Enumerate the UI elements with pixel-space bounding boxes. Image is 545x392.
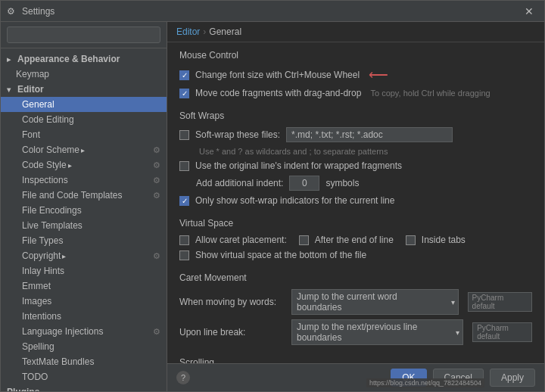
breadcrumb-separator: › [203,26,206,37]
upon-line-break-row: Upon line break: Jump to the next/previo… [179,319,532,345]
original-line-indent-checkbox[interactable] [179,161,189,171]
caret-placement-row: Allow caret placement: After the end of … [179,235,532,245]
soft-wrap-files-checkbox[interactable] [179,130,189,140]
soft-wraps-section: Soft Wraps Soft-wrap these files: Use * … [179,110,532,206]
arrow-icon [81,146,90,154]
bottom-bar: ? OK Cancel Apply https://blog.csdn.net/… [167,363,544,391]
moving-by-words-row: When moving by words: Jump to the curren… [179,289,532,315]
title-bar: ⚙ Settings ✕ [1,1,544,22]
watermark: https://blog.csdn.net/qq_7822484504 [366,378,484,387]
caret-movement-section: Caret Movement When moving by words: Jum… [179,272,532,345]
gear-icon: ⚙ [153,160,160,170]
additional-indent-input[interactable] [289,176,319,191]
upon-line-break-dropdown[interactable]: Jump to the next/previous line boundarie… [291,319,463,345]
sidebar-item-code-style[interactable]: Code Style ⚙ [1,157,167,173]
additional-indent-label: Add additional indent: [196,178,283,188]
original-line-indent-row: Use the original line's indent for wrapp… [179,160,532,171]
sidebar-item-copyright[interactable]: Copyright ⚙ [1,248,167,263]
moving-by-words-value: Jump to the current word boundaries [297,291,443,313]
window-title: Settings [22,6,520,17]
breadcrumb-current: General [209,26,241,37]
after-end-of-line-label: After the end of line [315,235,394,245]
sidebar-item-file-and-code[interactable]: File and Code Templates ⚙ [1,188,167,203]
sidebar-item-images[interactable]: Images [1,294,167,309]
caret-placement-checkbox[interactable] [179,235,189,245]
sidebar-item-keymap[interactable]: Keymap [1,67,167,82]
move-code-hint: To copy, hold Ctrl while dragging [370,89,490,98]
sidebar-item-plugins[interactable]: Plugins [1,384,167,391]
arrow-icon [62,252,71,260]
sidebar: Appearance & Behavior Keymap Editor Gene… [1,22,167,391]
sidebar-item-live-templates[interactable]: Live Templates [1,218,167,233]
scrolling-title: Scrolling [179,357,532,363]
original-line-indent-label: Use the original line's indent for wrapp… [195,160,402,171]
virtual-space-title: Virtual Space [179,218,532,229]
inside-tabs-label: Inside tabs [422,235,466,245]
sidebar-item-file-types[interactable]: File Types [1,233,167,248]
change-font-size-label: Change font size with Ctrl+Mouse Wheel [195,70,360,80]
show-virtual-space-label: Show virtual space at the bottom of the … [195,250,366,260]
close-button[interactable]: ✕ [520,4,538,19]
caret-movement-title: Caret Movement [179,272,532,283]
virtual-space-section: Virtual Space Allow caret placement: Aft… [179,218,532,260]
moving-by-words-label: When moving by words: [179,297,285,307]
change-font-size-checkbox[interactable] [179,70,189,80]
breadcrumb: Editor › General [167,22,544,42]
show-virtual-space-checkbox[interactable] [179,250,189,260]
upon-line-break-value: Jump to the next/previous line boundarie… [297,322,447,343]
caret-placement-label: Allow caret placement: [195,235,287,245]
apply-button[interactable]: Apply [490,369,535,387]
sidebar-item-inspections[interactable]: Inspections ⚙ [1,173,167,188]
change-font-size-row: Change font size with Ctrl+Mouse Wheel ⟵ [179,67,532,83]
after-end-of-line-checkbox[interactable] [299,235,309,245]
settings-icon: ⚙ [7,6,17,17]
sidebar-item-spelling[interactable]: Spelling [1,339,167,354]
sidebar-item-font[interactable]: Font [1,127,167,142]
wildcard-hint-text: Use * and ? as wildcards and ; to separa… [199,147,388,156]
gear-icon: ⚙ [153,145,160,155]
show-virtual-space-row: Show virtual space at the bottom of the … [179,250,532,260]
sidebar-item-editor[interactable]: Editor [1,82,167,97]
soft-wrap-indicators-checkbox[interactable] [179,196,189,206]
additional-indent-row: Add additional indent: symbols [179,176,532,191]
gear-icon: ⚙ [153,176,160,185]
wildcard-hint-row: Use * and ? as wildcards and ; to separa… [179,147,532,156]
soft-wrap-indicators-label: Only show soft-wrap indicators for the c… [195,195,394,206]
soft-wrap-files-label: Soft-wrap these files: [195,129,280,140]
sidebar-item-color-scheme[interactable]: Color Scheme ⚙ [1,142,167,157]
arrow-icon [7,86,16,94]
mouse-control-title: Mouse Control [179,50,532,61]
sidebar-item-textmate[interactable]: TextMate Bundles [1,354,167,369]
sidebar-item-todo[interactable]: TODO [1,369,167,384]
settings-window: ⚙ Settings ✕ Appearance & Behavior Keyma… [0,0,545,392]
sidebar-item-code-editing[interactable]: Code Editing [1,112,167,127]
sidebar-item-language-injections[interactable]: Language Injections ⚙ [1,324,167,339]
arrow-indicator-icon: ⟵ [369,67,388,83]
arrow-icon [7,55,16,64]
search-box [1,22,167,48]
sidebar-item-general[interactable]: General [1,97,167,112]
sidebar-item-file-encodings[interactable]: File Encodings [1,203,167,218]
sidebar-item-intentions[interactable]: Intentions [1,309,167,324]
help-button[interactable]: ? [176,371,190,384]
moving-by-words-dropdown[interactable]: Jump to the current word boundaries ▾ [291,289,459,315]
pycharm-default-badge2: PyCharm default [472,322,532,342]
scrolling-section: Scrolling Enable smooth scrolling [179,357,532,363]
dropdown-arrow-icon: ▾ [451,298,455,306]
sidebar-item-appearance[interactable]: Appearance & Behavior [1,51,167,67]
breadcrumb-parent[interactable]: Editor [176,26,200,37]
search-input[interactable] [7,26,160,43]
move-code-fragments-row: Move code fragments with drag-and-drop T… [179,88,532,98]
sidebar-item-emmet[interactable]: Emmet [1,278,167,294]
soft-wrap-indicators-row: Only show soft-wrap indicators for the c… [179,195,532,206]
sidebar-item-inlay-hints[interactable]: Inlay Hints [1,263,167,278]
dropdown-arrow-icon: ▾ [456,328,459,337]
soft-wrap-files-input[interactable] [286,127,453,142]
move-code-fragments-checkbox[interactable] [179,89,189,98]
gear-icon: ⚙ [153,327,160,337]
panel-content: Mouse Control Change font size with Ctrl… [167,42,544,363]
inside-tabs-checkbox[interactable] [406,235,416,245]
upon-line-break-label: Upon line break: [179,327,285,338]
mouse-control-section: Mouse Control Change font size with Ctrl… [179,50,532,98]
arrow-icon [68,161,77,170]
